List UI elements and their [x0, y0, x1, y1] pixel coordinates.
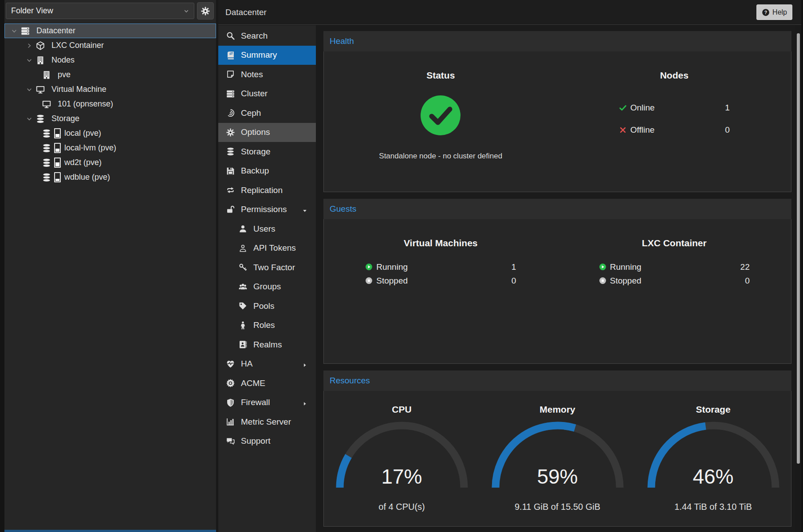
- database-icon: [35, 114, 45, 124]
- collapse-arrow-icon[interactable]: [11, 28, 18, 35]
- menu-item-pools[interactable]: Pools: [218, 296, 316, 316]
- tree-settings-button[interactable]: [197, 2, 214, 20]
- menu-item-notes[interactable]: Notes: [218, 65, 316, 84]
- menu-item-label: Storage: [241, 147, 271, 157]
- collapse-arrow-icon[interactable]: [26, 115, 33, 122]
- tree-item-label: wdblue (pve): [64, 173, 110, 182]
- menu-item-label: Backup: [241, 166, 269, 176]
- nodes-online-row: Online 1: [619, 97, 730, 119]
- tree-item-label: local (pve): [64, 129, 101, 138]
- bar-chart-icon: [226, 417, 235, 426]
- online-value: 1: [725, 103, 730, 113]
- gear-icon: [226, 128, 235, 137]
- vm-stopped-value: 0: [512, 276, 516, 286]
- menu-item-backup[interactable]: Backup: [218, 162, 316, 181]
- cube-icon: [35, 41, 45, 51]
- tree-item-datacenter[interactable]: Datacenter: [4, 24, 216, 38]
- menu-item-label: Search: [241, 31, 268, 41]
- tree-item-storage[interactable]: Storage: [4, 111, 216, 126]
- menu-item-api-tokens[interactable]: API Tokens: [218, 239, 316, 258]
- menu-item-firewall[interactable]: Firewall: [218, 393, 316, 413]
- menu-item-two-factor[interactable]: Two Factor: [218, 258, 316, 277]
- floppy-icon: [226, 166, 235, 176]
- memory-percent: 59%: [491, 465, 624, 489]
- health-panel-title: Health: [330, 36, 354, 46]
- menu-item-replication[interactable]: Replication: [218, 181, 316, 200]
- lxc-stopped-label: Stopped: [610, 276, 745, 286]
- unlock-icon: [226, 205, 235, 214]
- guests-panel: Guests Virtual Machines Running 1 Stoppe…: [323, 199, 791, 364]
- menu-item-acme[interactable]: ACME: [218, 374, 316, 393]
- storage-subtext: 1.44 TiB of 3.10 TiB: [674, 502, 752, 512]
- scrollbar-thumb[interactable]: [797, 33, 800, 464]
- guests-panel-header: Guests: [323, 199, 791, 219]
- menu-item-label: Summary: [241, 50, 277, 60]
- storage-usage-icon: [54, 172, 61, 182]
- tree-item-101-opnsense[interactable]: 101 (opnsense): [4, 97, 216, 111]
- menu-item-groups[interactable]: Groups: [218, 277, 316, 297]
- note-icon: [226, 70, 235, 79]
- tree-item-wd2t-pve[interactable]: wd2t (pve): [4, 155, 216, 170]
- lxc-running-value: 22: [740, 262, 750, 272]
- menu-item-support[interactable]: Support: [218, 432, 316, 451]
- menu-item-permissions[interactable]: Permissions: [218, 200, 316, 220]
- view-mode-select[interactable]: Folder View: [6, 3, 194, 19]
- view-mode-value: Folder View: [11, 6, 182, 16]
- window-right-edge: [801, 0, 803, 532]
- help-button[interactable]: ? Help: [756, 4, 792, 20]
- play-circle-icon: [599, 263, 606, 271]
- tree-item-wdblue-pve[interactable]: wdblue (pve): [4, 170, 216, 185]
- collapse-arrow-icon[interactable]: [26, 57, 33, 64]
- tree-item-local-pve[interactable]: local (pve): [4, 126, 216, 141]
- menu-item-ha[interactable]: HA: [218, 355, 316, 374]
- menu-item-cluster[interactable]: Cluster: [218, 84, 316, 104]
- menu-item-storage[interactable]: Storage: [218, 142, 316, 162]
- menu-item-label: Firewall: [241, 398, 270, 407]
- tree-item-nodes[interactable]: Nodes: [4, 53, 216, 67]
- tree-item-lxc-container[interactable]: LXC Container: [4, 38, 216, 53]
- health-panel-header: Health: [323, 31, 791, 51]
- play-circle-icon: [365, 263, 373, 271]
- user-outline-icon: [238, 244, 248, 253]
- datacenter-menu: SearchSummaryNotesClusterCephOptionsStor…: [218, 25, 316, 532]
- menu-item-realms[interactable]: Realms: [218, 335, 316, 355]
- collapse-arrow-icon[interactable]: [26, 86, 33, 93]
- menu-item-users[interactable]: Users: [218, 219, 316, 239]
- svg-text:?: ?: [764, 9, 767, 15]
- tree-item-label: Nodes: [51, 55, 75, 65]
- menu-item-search[interactable]: Search: [218, 26, 316, 46]
- menu-item-label: Groups: [253, 282, 281, 292]
- offline-value: 0: [725, 125, 730, 135]
- menu-item-label: Ceph: [241, 108, 261, 118]
- guests-panel-body: Virtual Machines Running 1 Stopped 0: [323, 219, 791, 364]
- health-panel-body: Status Standalone node - no cluster defi…: [323, 51, 791, 192]
- building-icon: [35, 55, 45, 65]
- check-icon: [619, 104, 627, 112]
- menu-item-label: Notes: [241, 70, 263, 79]
- nodes-offline-row: Offline 0: [619, 119, 730, 141]
- health-status-column: Status Standalone node - no cluster defi…: [324, 51, 558, 192]
- expand-arrow-icon[interactable]: [26, 42, 33, 49]
- health-panel: Health Status Standalone node - no clust…: [323, 31, 791, 192]
- users-icon: [238, 282, 248, 292]
- tree-item-local-lvm-pve[interactable]: local-lvm (pve): [4, 141, 216, 155]
- lxc-running-row: Running 22: [599, 260, 750, 274]
- tree-item-virtual-machine[interactable]: Virtual Machine: [4, 82, 216, 97]
- seal-icon: [226, 378, 235, 388]
- cpu-gauge: 17%: [335, 420, 468, 492]
- menu-item-ceph[interactable]: Ceph: [218, 103, 316, 123]
- lxc-heading: LXC Container: [642, 238, 707, 248]
- content-header: Datacenter ? Help: [218, 0, 803, 25]
- heartbeat-icon: [226, 359, 235, 369]
- resource-tree-panel: Folder View DatacenterLXC ContainerNodes…: [4, 0, 216, 532]
- tree-item-pve[interactable]: pve: [4, 67, 216, 82]
- menu-item-options[interactable]: Options: [218, 123, 316, 142]
- menu-item-roles[interactable]: Roles: [218, 316, 316, 335]
- storage-percent: 46%: [647, 465, 780, 489]
- menu-item-metric-server[interactable]: Metric Server: [218, 412, 316, 432]
- menu-item-summary[interactable]: Summary: [218, 46, 316, 65]
- resource-tree: DatacenterLXC ContainerNodespveVirtual M…: [4, 24, 216, 185]
- user-icon: [238, 224, 248, 233]
- gear-icon: [201, 6, 210, 16]
- menu-item-label: Cluster: [241, 89, 268, 99]
